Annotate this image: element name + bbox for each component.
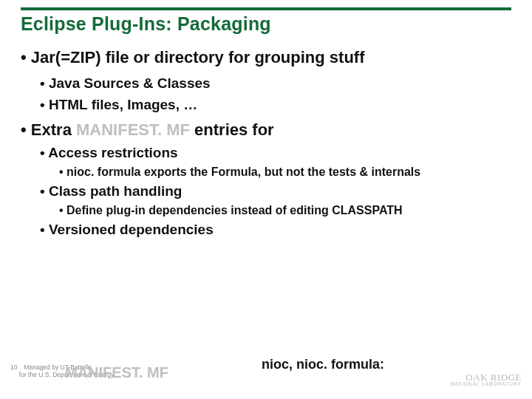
slide-title: Eclipse Plug-Ins: Packaging bbox=[21, 13, 511, 35]
logo-brand: OAK RIDGE bbox=[451, 372, 522, 383]
manifest-pre: Extra bbox=[31, 120, 76, 139]
ornl-logo: OAK RIDGE NATIONAL LABORATORY bbox=[451, 372, 522, 387]
bullet-manifest: Extra MANIFEST. MF entries for bbox=[21, 120, 511, 140]
bullet-html-images: HTML files, Images, … bbox=[40, 97, 511, 114]
bullet-list: Jar(=ZIP) file or directory for grouping… bbox=[21, 48, 511, 239]
sublist-manifest: Access restrictions nioc. formula export… bbox=[21, 145, 511, 239]
bullet-jar: Jar(=ZIP) file or directory for grouping… bbox=[21, 48, 511, 68]
slide-number: 10 bbox=[10, 364, 22, 371]
bullet-versioned-deps: Versioned dependencies bbox=[40, 222, 511, 239]
logo-lab: NATIONAL LABORATORY bbox=[451, 382, 522, 387]
nioc-label: nioc, nioc. formula: bbox=[262, 357, 384, 372]
slide: Eclipse Plug-Ins: Packaging Jar(=ZIP) fi… bbox=[0, 0, 532, 399]
bullet-define-deps: Define plug-in dependencies instead of e… bbox=[59, 203, 511, 217]
manifest-overlay: MANIFEST. MF bbox=[65, 364, 168, 381]
bullet-access-restrictions: Access restrictions bbox=[40, 145, 511, 162]
manifest-post: entries for bbox=[190, 120, 274, 139]
sublist-jar: Java Sources & Classes HTML files, Image… bbox=[21, 75, 511, 114]
bullet-java-sources: Java Sources & Classes bbox=[40, 75, 511, 92]
bullet-nioc-exports: nioc. formula exports the Formula, but n… bbox=[59, 165, 511, 179]
manifest-faded: MANIFEST. MF bbox=[76, 120, 190, 139]
bullet-classpath: Class path handling bbox=[40, 183, 511, 200]
sublist-classpath: Define plug-in dependencies instead of e… bbox=[21, 203, 511, 217]
title-accent-line bbox=[21, 7, 511, 10]
sublist-access: nioc. formula exports the Formula, but n… bbox=[21, 165, 511, 179]
